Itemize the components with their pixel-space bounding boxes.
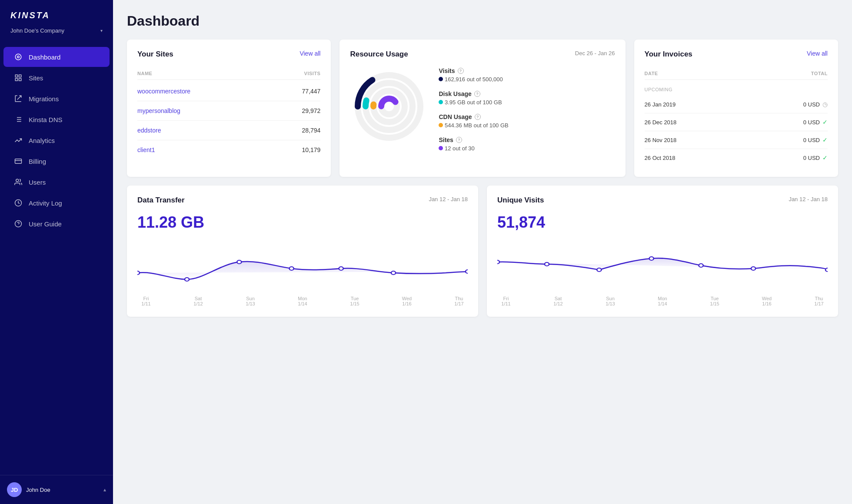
cdn-dot — [439, 123, 443, 127]
user-guide-icon — [14, 219, 23, 228]
x-label: Sat1/12 — [190, 296, 207, 306]
visits-dot — [439, 77, 443, 81]
user-info: JD John Doe — [7, 482, 50, 497]
svg-rect-5 — [15, 79, 17, 81]
x-label: Sun1/13 — [242, 296, 259, 306]
sidebar-item-billing[interactable]: Billing — [3, 151, 110, 171]
x-label: Tue1/15 — [706, 296, 723, 306]
x-label: Wed1/16 — [758, 296, 775, 306]
sidebar-item-analytics[interactable]: Analytics — [3, 130, 110, 150]
sidebar-label-activity-log: Activity Log — [29, 199, 62, 207]
unique-visits-chart — [497, 240, 828, 292]
upcoming-label: UPCOMING — [645, 82, 828, 96]
check-icon-3: ✓ — [822, 154, 828, 161]
svg-rect-2 — [15, 75, 17, 77]
dashboard-icon — [14, 53, 23, 61]
invoice-amount-3: 0 USD — [803, 137, 820, 143]
invoice-row: 26 Nov 2018 0 USD ✓ — [645, 131, 828, 149]
invoices-table-header: DATE TOTAL — [645, 67, 828, 80]
unique-visits-value: 51,874 — [497, 213, 828, 232]
user-name: John Doe — [26, 487, 50, 493]
svg-point-29 — [597, 268, 601, 272]
sites-view-all-link[interactable]: View all — [300, 50, 320, 57]
invoice-row: 26 Dec 2018 0 USD ✓ — [645, 113, 828, 131]
col-name-label: NAME — [137, 71, 152, 76]
user-chevron-icon: ▴ — [103, 487, 106, 493]
sites-table-header: NAME VISITS — [137, 67, 320, 80]
site-link-woocommerce[interactable]: woocommercestore — [137, 88, 190, 95]
visits-count: 77,447 — [302, 88, 321, 95]
sites-help-icon[interactable]: ? — [456, 137, 462, 143]
invoice-date-1: 26 Jan 2019 — [645, 101, 676, 108]
invoice-total-wrap: 0 USD ◷ — [803, 101, 828, 108]
company-name: John Doe's Company — [10, 27, 64, 34]
site-link-eddstore[interactable]: eddstore — [137, 127, 161, 134]
x-label: Fri1/11 — [137, 296, 155, 306]
data-transfer-chart — [137, 240, 468, 292]
svg-point-14 — [373, 91, 405, 122]
company-selector[interactable]: John Doe's Company ▾ — [0, 24, 113, 43]
sites-icon — [14, 73, 23, 82]
sidebar-item-migrations[interactable]: Migrations — [3, 89, 110, 109]
visits-count: 28,794 — [302, 127, 321, 134]
donut-svg — [350, 67, 428, 146]
sidebar-label-migrations: Migrations — [29, 95, 59, 103]
unique-visits-title: Unique Visits — [497, 196, 544, 205]
data-transfer-title: Data Transfer — [137, 196, 185, 205]
invoice-total-wrap: 0 USD ✓ — [803, 119, 828, 126]
sidebar-label-dashboard: Dashboard — [29, 53, 60, 61]
legend-disk: Disk Usage ? 3.95 GB out of 100 GB — [439, 90, 615, 106]
visits-help-icon[interactable]: ? — [458, 68, 464, 74]
cdn-help-icon[interactable]: ? — [475, 114, 481, 120]
svg-rect-6 — [15, 159, 22, 164]
check-icon: ✓ — [822, 119, 828, 126]
site-link-mypersonalblog[interactable]: mypersonalblog — [137, 107, 180, 114]
invoice-amount-2: 0 USD — [803, 119, 820, 126]
invoices-view-all-link[interactable]: View all — [807, 50, 828, 57]
sidebar-label-sites: Sites — [29, 74, 43, 82]
svg-point-31 — [699, 264, 703, 267]
disk-help-icon[interactable]: ? — [474, 91, 480, 97]
invoices-card: Your Invoices View all DATE TOTAL UPCOMI… — [634, 40, 838, 177]
chevron-down-icon: ▾ — [100, 28, 103, 33]
resource-usage-card: Resource Usage Dec 26 - Jan 26 — [339, 40, 625, 177]
table-row: eddstore 28,794 — [137, 121, 320, 140]
check-icon-2: ✓ — [822, 136, 828, 143]
main-content: Dashboard Your Sites View all NAME VISIT… — [113, 0, 852, 504]
sidebar-item-kinsta-dns[interactable]: Kinsta DNS — [3, 109, 110, 129]
table-row: woocommercestore 77,447 — [137, 82, 320, 101]
sidebar-label-users: Users — [29, 179, 46, 186]
sidebar-item-users[interactable]: Users — [3, 172, 110, 192]
svg-point-33 — [825, 268, 828, 272]
svg-rect-4 — [19, 79, 21, 81]
svg-point-26 — [466, 270, 468, 273]
svg-point-28 — [545, 262, 549, 266]
site-link-client1[interactable]: client1 — [137, 146, 155, 153]
logo-area: KINSTA — [0, 0, 113, 24]
legend-visits: Visits ? 162,916 out of 500,000 — [439, 67, 615, 83]
sidebar-item-dashboard[interactable]: Dashboard — [3, 47, 110, 67]
invoices-card-header: Your Invoices View all — [645, 50, 828, 59]
legend-visits-title: Visits ? — [439, 67, 615, 74]
x-label: Thu1/17 — [450, 296, 468, 306]
resource-card-title: Resource Usage — [350, 50, 408, 59]
upcoming-circle-icon: ◷ — [822, 101, 828, 108]
invoice-total-wrap: 0 USD ✓ — [803, 154, 828, 161]
sites-card-title: Your Sites — [137, 50, 173, 59]
users-icon — [14, 178, 23, 186]
user-footer[interactable]: JD John Doe ▴ — [0, 475, 113, 504]
sidebar-item-sites[interactable]: Sites — [3, 68, 110, 88]
sidebar-item-user-guide[interactable]: User Guide — [3, 214, 110, 234]
legend-sites-value: 12 out of 30 — [439, 145, 615, 152]
sidebar-nav: Dashboard Sites Migrations Kinsta DNS An… — [0, 43, 113, 475]
legend-disk-value: 3.95 GB out of 100 GB — [439, 99, 615, 106]
sidebar-item-activity-log[interactable]: Activity Log — [3, 193, 110, 213]
x-label: Fri1/11 — [497, 296, 515, 306]
unique-visits-svg — [497, 240, 828, 292]
sites-dot — [439, 146, 443, 150]
x-label: Wed1/16 — [398, 296, 416, 306]
legend-sites: Sites ? 12 out of 30 — [439, 136, 615, 152]
x-label: Tue1/15 — [346, 296, 363, 306]
svg-point-8 — [16, 179, 19, 182]
invoice-date-4: 26 Oct 2018 — [645, 155, 676, 161]
